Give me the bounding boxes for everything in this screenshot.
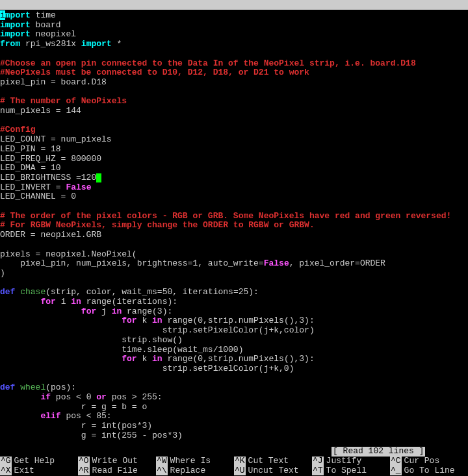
code-token: pos > 255: <box>107 392 162 402</box>
shortcut-label: To Spell <box>326 466 367 476</box>
shortcut-label: Uncut Text <box>248 466 299 476</box>
code-line[interactable]: ) <box>0 269 468 279</box>
editor-content[interactable]: import timeimport boardimport neopixelfr… <box>0 10 468 441</box>
code-token: board <box>31 20 61 30</box>
code-token: #Choose an open pin connected to the Dat… <box>0 58 416 68</box>
code-token: False <box>66 182 91 192</box>
code-token: chase <box>20 287 46 297</box>
code-token: LED_CHANNEL = 0 <box>0 192 76 201</box>
code-line[interactable]: LED_PIN = 18 <box>0 145 468 155</box>
code-line[interactable] <box>0 202 468 212</box>
code-line[interactable] <box>0 240 468 250</box>
code-line[interactable]: pixel_pin, num_pixels, brightness=1, aut… <box>0 259 468 269</box>
code-line[interactable]: strip.show() <box>0 336 468 345</box>
code-line[interactable]: for i in range(iterations): <box>0 297 468 307</box>
code-line[interactable]: LED_FREQ_HZ = 800000 <box>0 155 468 164</box>
shortcut-key: ^C <box>390 457 402 466</box>
code-line[interactable]: elif pos < 85: <box>0 412 468 421</box>
code-token: LED_PIN = 18 <box>0 144 61 154</box>
code-line[interactable]: pixel_pin = board.D18 <box>0 78 468 88</box>
code-token: k <box>137 354 152 364</box>
code-line[interactable]: import neopixel <box>0 30 468 40</box>
shortcut-key: ^R <box>78 466 90 476</box>
code-token: from <box>0 39 20 49</box>
code-line[interactable]: time.sleep(wait_ms/1000) <box>0 345 468 355</box>
code-line[interactable]: r = int(pos*3) <box>0 421 468 431</box>
code-line[interactable] <box>0 374 468 384</box>
shortcut-write-out[interactable]: ^OWrite Out <box>78 457 156 466</box>
code-line[interactable]: for j in range(3): <box>0 307 468 317</box>
code-line[interactable]: # For RGBW NeoPixels, simply change the … <box>0 221 468 231</box>
code-token: time.sleep(wait_ms/1000) <box>0 345 243 355</box>
code-line[interactable]: #Choose an open pin connected to the Dat… <box>0 59 468 69</box>
code-line[interactable]: g = int(255 - pos*3) <box>0 431 468 441</box>
code-line[interactable]: strip.setPixelColor(j+k,0) <box>0 364 468 374</box>
code-token: (strip, color, wait_ms=50, iterations=25… <box>46 287 259 297</box>
shortcut-where-is[interactable]: ^WWhere Is <box>156 457 234 466</box>
app-name: GNU nano 3.2 <box>10 10 374 19</box>
code-line[interactable] <box>0 279 468 288</box>
code-line[interactable]: # The order of the pixel colors - RGB or… <box>0 212 468 221</box>
code-line[interactable]: LED_DMA = 10 <box>0 164 468 173</box>
code-line[interactable]: ORDER = neopixel.GRB <box>0 231 468 240</box>
code-token: for <box>81 307 96 316</box>
code-token: def <box>0 382 15 392</box>
shortcut-uncut-text[interactable]: ^UUncut Text <box>234 466 312 476</box>
code-token: pixels = neopixel.NeoPixel( <box>0 249 137 259</box>
code-token: num_pixels = 144 <box>0 106 81 116</box>
code-token: for <box>122 354 136 364</box>
shortcut-label: Replace <box>170 466 206 476</box>
shortcut-get-help[interactable]: ^GGet Help <box>0 457 78 466</box>
code-line[interactable] <box>0 88 468 97</box>
shortcut-cur-pos[interactable]: ^CCur Pos <box>390 457 468 466</box>
shortcut-to-spell[interactable]: ^TTo Spell <box>312 466 390 476</box>
shortcut-label: Go To Line <box>404 466 455 476</box>
code-token: neopixel <box>31 29 76 39</box>
shortcut-read-file[interactable]: ^RRead File <box>78 466 156 476</box>
code-line[interactable]: r = g = b = o <box>0 403 468 412</box>
shortcut-key: ^W <box>156 457 168 466</box>
code-token: rpi_ws281x <box>20 39 81 49</box>
code-line[interactable]: num_pixels = 144 <box>0 106 468 116</box>
code-token: pixel_pin, num_pixels, brightness=1, aut… <box>0 258 264 268</box>
code-token: range(3): <box>122 307 172 316</box>
code-line[interactable] <box>0 116 468 126</box>
code-token: g = int(255 - pos*3) <box>0 431 183 440</box>
code-token: for <box>122 316 136 325</box>
shortcut-key: ^K <box>234 457 246 466</box>
code-line[interactable]: def wheel(pos): <box>0 383 468 393</box>
code-token: pixel_pin = board.D18 <box>0 77 107 87</box>
code-token: in <box>152 354 162 364</box>
code-token <box>0 316 122 325</box>
shortcut-go-to-line[interactable]: ^_Go To Line <box>390 466 468 476</box>
code-line[interactable]: if pos < 0 or pos > 255: <box>0 393 468 403</box>
code-token: or <box>96 392 107 402</box>
code-line[interactable]: def chase(strip, color, wait_ms=50, iter… <box>0 288 468 297</box>
code-line[interactable]: LED_COUNT = num_pixels <box>0 135 468 145</box>
code-line[interactable]: strip.setPixelColor(j+k,color) <box>0 326 468 336</box>
code-line[interactable]: # The number of NeoPixels <box>0 97 468 106</box>
code-line[interactable]: for k in range(0,strip.numPixels(),3): <box>0 316 468 326</box>
code-line[interactable]: from rpi_ws281x import * <box>0 40 468 49</box>
code-token: r = int(pos*3) <box>0 421 152 431</box>
code-line[interactable]: #Config <box>0 125 468 135</box>
code-line[interactable]: LED_INVERT = False <box>0 183 468 193</box>
code-token: , pixel_order=ORDER <box>289 258 385 268</box>
code-line[interactable]: #NeoPixels must be connected to D10, D12… <box>0 68 468 78</box>
code-token: if <box>40 392 51 402</box>
code-line[interactable]: LED_CHANNEL = 0 <box>0 192 468 202</box>
shortcut-replace[interactable]: ^\Replace <box>156 466 234 476</box>
shortcut-cut-text[interactable]: ^KCut Text <box>234 457 312 466</box>
shortcut-justify[interactable]: ^JJustify <box>312 457 390 466</box>
code-token: in <box>112 307 122 316</box>
code-line[interactable] <box>0 49 468 59</box>
code-line[interactable]: for k in range(0,strip.numPixels(),3): <box>0 355 468 364</box>
shortcut-exit[interactable]: ^XExit <box>0 466 78 476</box>
code-token: pos < 0 <box>51 392 96 402</box>
code-line[interactable]: pixels = neopixel.NeoPixel( <box>0 250 468 260</box>
code-token: j <box>96 307 111 316</box>
code-line[interactable]: LED_BRIGHTNESS =120 <box>0 173 468 183</box>
shortcut-label: Get Help <box>14 457 55 466</box>
code-token <box>0 411 40 421</box>
code-token: #Config <box>0 125 36 134</box>
